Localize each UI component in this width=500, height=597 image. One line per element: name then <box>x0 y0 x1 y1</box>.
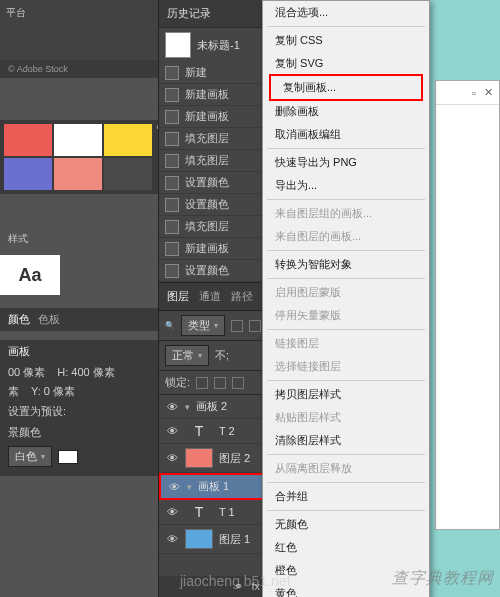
menu-item[interactable]: 拷贝图层样式 <box>263 383 429 406</box>
style-preview[interactable]: Aa <box>0 255 60 295</box>
menu-item[interactable]: 混合选项... <box>263 1 429 24</box>
h-value: H: 400 像素 <box>57 365 114 380</box>
menu-item: 来自图层的画板... <box>263 225 429 248</box>
history-step-icon <box>165 264 179 278</box>
menu-item[interactable]: 清除图层样式 <box>263 429 429 452</box>
menu-separator <box>267 278 425 279</box>
layer-name: T 1 <box>219 506 235 518</box>
menu-item[interactable]: 复制 CSS <box>263 29 429 52</box>
visibility-eye-icon[interactable]: 👁 <box>167 481 181 493</box>
menu-item[interactable]: 导出为... <box>263 174 429 197</box>
menu-separator <box>267 26 425 27</box>
menu-separator <box>267 454 425 455</box>
layer-name: 画板 1 <box>198 479 229 494</box>
visibility-eye-icon[interactable]: 👁 <box>165 401 179 413</box>
history-step-label: 设置颜色 <box>185 175 229 190</box>
filter-icon[interactable] <box>231 320 243 332</box>
chevron-down-icon: ▾ <box>214 321 218 330</box>
lock-icon[interactable] <box>232 377 244 389</box>
visibility-eye-icon[interactable]: 👁 <box>165 506 179 518</box>
menu-item: 粘贴图层样式 <box>263 406 429 429</box>
tab-color[interactable]: 颜色 <box>8 312 30 327</box>
menu-item: 启用图层蒙版 <box>263 281 429 304</box>
history-step-label: 新建画板 <box>185 109 229 124</box>
context-menu: 混合选项...复制 CSS复制 SVG复制画板...删除画板取消画板编组快速导出… <box>262 0 430 597</box>
menu-separator <box>267 510 425 511</box>
text-layer-icon: T <box>185 504 213 520</box>
menu-separator <box>267 250 425 251</box>
floating-window: ▫ ✕ <box>435 80 500 530</box>
history-step-label: 填充图层 <box>185 131 229 146</box>
bg-label: 景颜色 <box>8 425 41 440</box>
menu-item[interactable]: 快速导出为 PNG <box>263 151 429 174</box>
layer-thumb-icon <box>185 448 213 468</box>
menu-item: 链接图层 <box>263 332 429 355</box>
swatch[interactable] <box>54 124 102 156</box>
search-icon[interactable]: 🔍 <box>165 321 175 330</box>
tab-channel[interactable]: 通道 <box>199 289 221 304</box>
menu-separator <box>267 482 425 483</box>
cc-header: 平台 <box>0 0 170 60</box>
history-step-icon <box>165 132 179 146</box>
menu-item[interactable]: 合并组 <box>263 485 429 508</box>
tab-swatch[interactable]: 色板 <box>38 312 60 327</box>
chevron-down-icon: ▾ <box>41 452 45 461</box>
close-icon[interactable]: ✕ <box>484 86 493 99</box>
history-step-icon <box>165 154 179 168</box>
history-step-label: 新建 <box>185 65 207 80</box>
history-step-icon <box>165 66 179 80</box>
chevron-down-icon[interactable]: ▾ <box>187 482 192 492</box>
lock-icon[interactable] <box>196 377 208 389</box>
lock-icon[interactable] <box>214 377 226 389</box>
watermark: 查字典教程网 <box>392 568 494 589</box>
menu-item[interactable]: 复制 SVG <box>263 52 429 75</box>
visibility-eye-icon[interactable]: 👁 <box>165 452 179 464</box>
maximize-icon[interactable]: ▫ <box>472 87 476 99</box>
menu-separator <box>267 148 425 149</box>
visibility-eye-icon[interactable]: 👁 <box>165 533 179 545</box>
swatch[interactable] <box>104 158 152 190</box>
menu-item[interactable]: 转换为智能对象 <box>263 253 429 276</box>
menu-item[interactable]: 红色 <box>263 536 429 559</box>
menu-item[interactable]: 复制画板... <box>269 74 423 101</box>
swatch[interactable] <box>4 158 52 190</box>
layer-name: T 2 <box>219 425 235 437</box>
layer-name: 图层 2 <box>219 451 250 466</box>
artboard-panel: 画板 00 像素 H: 400 像素 素 Y: 0 像素 设置为预设: 景颜色 … <box>0 340 170 476</box>
swatch[interactable]: #FAD733 <box>104 124 152 156</box>
history-step-label: 新建画板 <box>185 87 229 102</box>
history-step-icon <box>165 176 179 190</box>
tab-layer[interactable]: 图层 <box>167 289 189 304</box>
style-label: 样式 <box>8 232 28 246</box>
menu-item: 来自图层组的画板... <box>263 202 429 225</box>
tab-path[interactable]: 路径 <box>231 289 253 304</box>
layer-name: 画板 2 <box>196 399 227 414</box>
history-step-label: 设置颜色 <box>185 197 229 212</box>
chevron-down-icon[interactable]: ▾ <box>185 402 190 412</box>
filter-icon[interactable] <box>249 320 261 332</box>
history-step-icon <box>165 242 179 256</box>
bg-color-dropdown[interactable]: 白色 ▾ <box>8 446 52 467</box>
menu-item[interactable]: 无颜色 <box>263 513 429 536</box>
chevron-down-icon: ▾ <box>198 351 202 360</box>
lock-label: 锁定: <box>165 375 190 390</box>
visibility-eye-icon[interactable]: 👁 <box>165 425 179 437</box>
layer-kind-dropdown[interactable]: 类型▾ <box>181 315 225 336</box>
tab-artboard[interactable]: 画板 <box>8 344 30 359</box>
layer-thumb-icon <box>185 529 213 549</box>
menu-item[interactable]: 删除画板 <box>263 100 429 123</box>
blend-mode-dropdown[interactable]: 正常▾ <box>165 345 209 366</box>
swatch-grid: #FAD733 <box>0 120 170 194</box>
platform-label: 平台 <box>6 7 26 18</box>
stock-label: © Adobe Stock <box>0 60 170 78</box>
swatch[interactable] <box>54 158 102 190</box>
w-value: 00 像素 <box>8 365 45 380</box>
layer-name: 图层 1 <box>219 532 250 547</box>
history-step-label: 填充图层 <box>185 153 229 168</box>
menu-item: 选择链接图层 <box>263 355 429 378</box>
menu-item: 停用矢量蒙版 <box>263 304 429 327</box>
history-step-icon <box>165 88 179 102</box>
swatch[interactable] <box>4 124 52 156</box>
bg-swatch[interactable] <box>58 450 78 464</box>
menu-item[interactable]: 取消画板编组 <box>263 123 429 146</box>
